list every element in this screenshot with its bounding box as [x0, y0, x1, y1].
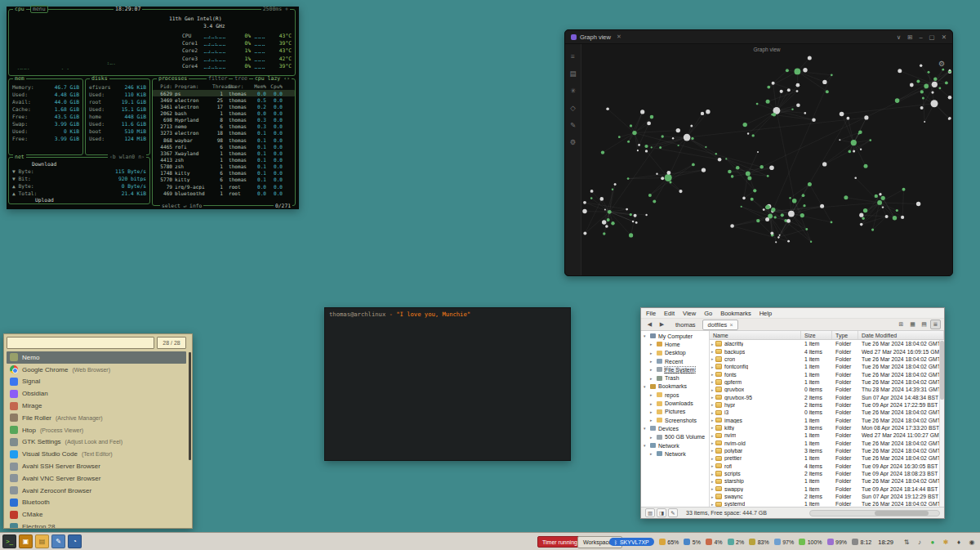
cpu-core-row[interactable]: Core1⣀⣠⣀⣄⣀⣀0%⣀⣀⣀39°C — [182, 39, 295, 47]
expander-icon[interactable]: ▸ — [650, 376, 654, 381]
expander-icon[interactable]: ▾ — [644, 443, 648, 448]
btop-menu-button[interactable]: menu — [30, 6, 48, 13]
launcher-item-gtk[interactable]: GTK Settings(Adjust Look and Feel) — [7, 436, 186, 449]
forward-button[interactable]: ▶ — [657, 320, 667, 329]
sidebar-item-recent[interactable]: ▸Recent — [641, 357, 709, 365]
file-row[interactable]: ▸starship1 itemFolderTue 26 Mar 2024 18:… — [710, 477, 944, 485]
sidebar-item-repos[interactable]: ▸repos — [641, 391, 709, 399]
hscroll-thumb[interactable] — [875, 511, 929, 516]
process-row[interactable]: 2713nemo6thomas0.30.0 — [153, 123, 295, 130]
row-expander-icon[interactable]: ▸ — [710, 395, 715, 400]
applet-icon[interactable]: ♦ — [954, 539, 964, 546]
proc-col-header[interactable]: User: — [225, 83, 252, 89]
process-row[interactable]: 5780zsh1thomas0.10.0 — [153, 163, 295, 170]
cpu-core-row[interactable]: CPU⣀⣠⣀⣄⣀⣀0%⣀⣀⣀43°C — [182, 32, 295, 39]
proc-col-header[interactable]: Program: — [175, 83, 212, 89]
file-row[interactable]: ▸fontconfig1 itemFolderTue 26 Mar 2024 1… — [710, 363, 944, 370]
process-row[interactable]: 3461electron17thomas0.20.0 — [153, 103, 295, 110]
proc-col-header[interactable]: Cpu% — [266, 83, 283, 89]
menu-help[interactable]: Help — [760, 310, 772, 317]
volume-icon[interactable]: ♪ — [915, 539, 924, 546]
menu-edit[interactable]: Edit — [664, 310, 675, 317]
process-row[interactable]: 1748kitty6thomas0.10.0 — [153, 170, 295, 177]
mic-indicator[interactable]: 4% — [706, 539, 723, 545]
row-expander-icon[interactable]: ▸ — [710, 356, 715, 361]
launcher-item-avahi[interactable]: Avahi Zeroconf Browser — [7, 485, 186, 497]
file-row[interactable]: ▸nvim-old1 itemFolderTue 26 Mar 2024 18:… — [710, 439, 944, 446]
terminal-window[interactable]: thomas@archlinux - "I love you, Munchie" — [324, 307, 571, 461]
thumbnails-view-button[interactable]: ▦ — [907, 320, 918, 329]
canvas-ribbon-icon[interactable]: ◇ — [570, 104, 576, 112]
expander-icon[interactable]: ▾ — [644, 333, 648, 338]
launcher-item-cmake[interactable]: CMake — [7, 508, 186, 521]
file-row[interactable]: ▸kitty3 itemsFolderMon 08 Apr 2024 17:33… — [710, 424, 944, 432]
expander-icon[interactable]: ▾ — [644, 426, 648, 431]
launcher-item-mirage[interactable]: Mirage — [7, 400, 186, 412]
file-row[interactable]: ▸backups4 itemsFolderWed 27 Mar 2024 16:… — [710, 347, 944, 355]
timer-running-badge[interactable]: Timer running — [537, 536, 582, 548]
file-row[interactable]: ▸polybar3 itemsFolderTue 26 Mar 2024 18:… — [710, 447, 944, 454]
files-ribbon-icon[interactable]: ▤ — [569, 69, 576, 78]
sidebar-item-home[interactable]: ▸Home — [641, 340, 709, 348]
row-expander-icon[interactable]: ▸ — [710, 463, 715, 468]
daily-ribbon-icon[interactable]: ✎ — [570, 121, 576, 129]
file-row[interactable]: ▸rofi4 itemsFolderTue 09 Apr 2024 16:30:… — [710, 463, 944, 470]
file-row[interactable]: ▸gruvbox-952 itemsFolderSun 07 Apr 2024 … — [710, 393, 944, 400]
file-row[interactable]: ▸i30 itemsFolderTue 26 Mar 2024 18:04:02… — [710, 409, 944, 416]
menu-go[interactable]: Go — [704, 310, 712, 317]
file-list-scrollbar[interactable] — [939, 340, 944, 507]
row-expander-icon[interactable]: ▸ — [710, 402, 715, 407]
volume-indicator[interactable]: 5% — [684, 539, 701, 545]
sidebar-item-trash[interactable]: ▸Trash — [641, 373, 709, 382]
row-expander-icon[interactable]: ▸ — [710, 448, 715, 453]
row-expander-icon[interactable]: ▸ — [710, 494, 715, 499]
scrollbar-thumb[interactable] — [940, 341, 944, 400]
cpu-core-row[interactable]: Core3⣀⣠⣀⣄⣀⣀1%⣀⣀⣀42°C — [182, 55, 295, 62]
process-row[interactable]: 5770kitty6thomas0.10.0 — [153, 177, 295, 183]
minimize-window-icon[interactable]: – — [919, 34, 922, 41]
layout-window-icon[interactable]: ⊞ — [907, 34, 912, 41]
process-row[interactable]: 2062bash1thomas0.00.0 — [153, 110, 295, 116]
launcher-scrollbar[interactable] — [189, 352, 191, 460]
disk-indicator[interactable]: 83% — [749, 539, 769, 545]
cpu-core-row[interactable]: Core2⣀⣠⣀⣄⣀⣀1%⣀⣀⣀43°C — [182, 47, 295, 54]
process-row[interactable]: 3367Xwayland1thomas0.10.0 — [153, 150, 295, 156]
sidebar-item-500-gb-volume[interactable]: ▸500 GB Volume — [641, 433, 709, 441]
process-row[interactable]: 4413zsh1thomas0.10.0 — [153, 156, 295, 163]
expander-icon[interactable]: ▸ — [650, 409, 654, 414]
sidebar-item-my-computer[interactable]: ▾My Computer — [641, 332, 709, 340]
row-expander-icon[interactable]: ▸ — [710, 456, 715, 461]
power-icon[interactable]: ◉ — [967, 539, 977, 546]
process-row[interactable]: 469bluetoothd1root0.00.0 — [153, 190, 295, 196]
expander-icon[interactable]: ▸ — [650, 342, 654, 347]
graph-nodes[interactable] — [581, 55, 952, 275]
horizontal-scrollbar[interactable] — [809, 510, 940, 516]
edit-statusbar-button[interactable]: ✎ — [668, 508, 678, 517]
menu-view[interactable]: View — [683, 310, 696, 317]
row-expander-icon[interactable]: ▸ — [710, 410, 715, 415]
column-header-size[interactable]: Size — [801, 331, 832, 339]
graph-canvas[interactable]: Graph view ⚙ — [581, 44, 952, 275]
process-row[interactable]: 3469electron25thomas0.50.0 — [153, 96, 295, 103]
expander-icon[interactable]: ▸ — [650, 392, 654, 397]
net-interface[interactable]: ‹b wlan0 n› — [108, 154, 146, 160]
expander-icon[interactable]: ▸ — [650, 367, 654, 372]
row-expander-icon[interactable]: ▸ — [710, 372, 715, 377]
expander-icon[interactable]: ▸ — [650, 401, 654, 406]
launcher-item-htop[interactable]: Htop(Process Viewer) — [7, 424, 186, 436]
close-window-icon[interactable]: ✕ — [942, 34, 947, 41]
processes-sort-selector[interactable]: cpu lazy ‹› — [253, 76, 292, 82]
file-row[interactable]: ▸gruvbox0 itemsFolderThu 28 Mar 2024 14:… — [710, 386, 944, 393]
sidebar-item-file-system[interactable]: ▸File System — [641, 365, 709, 373]
sidebar-item-bookmarks[interactable]: ▾Bookmarks — [641, 382, 709, 391]
file-row[interactable]: ▸cron1 itemFolderTue 26 Mar 2024 18:04:0… — [710, 355, 944, 363]
detailed-view-button[interactable]: ≣ — [930, 320, 941, 329]
processes-tree-toggle[interactable]: tree — [233, 76, 249, 82]
files-launcher-icon[interactable]: ▤ — [35, 534, 49, 548]
sidebar-item-downloads[interactable]: ▸Downloads — [641, 399, 709, 407]
collapse-window-icon[interactable]: ∨ — [897, 34, 902, 41]
process-row[interactable]: 3273electron18thomas0.10.0 — [153, 130, 295, 136]
cpu-indicator[interactable]: 97% — [774, 539, 795, 545]
column-header-date-modified[interactable]: Date Modified — [858, 331, 944, 339]
column-header-type[interactable]: Type — [832, 331, 858, 339]
